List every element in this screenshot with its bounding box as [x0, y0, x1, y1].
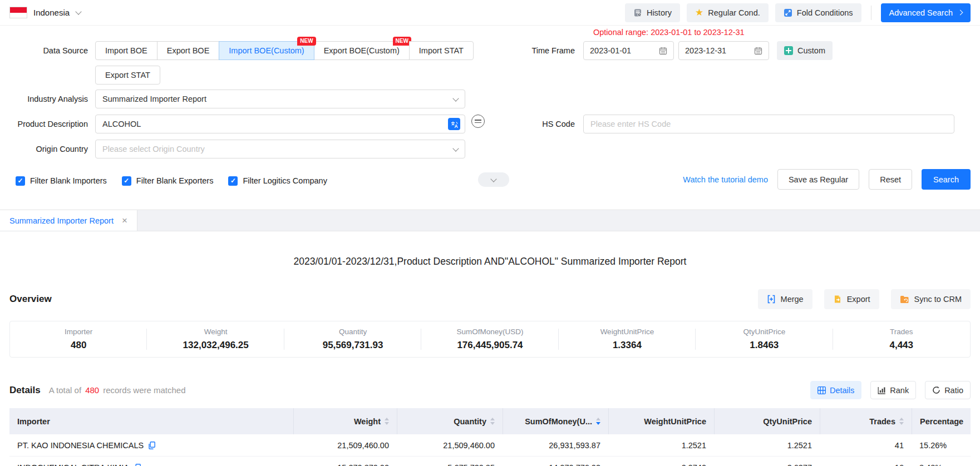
start-date-input[interactable]: 2023-01-01	[583, 41, 674, 60]
history-icon	[633, 8, 642, 17]
column-header-weight-unit-price[interactable]: WeightUnitPrice	[608, 408, 714, 434]
new-badge: NEW	[297, 37, 316, 46]
origin-country-select[interactable]: Please select Origin Country	[95, 140, 465, 158]
advanced-search-button[interactable]: Advanced Search	[881, 3, 971, 22]
reset-button[interactable]: Reset	[869, 169, 912, 190]
stat-label: SumOfMoney(USD)	[456, 328, 523, 336]
view-ratio-button[interactable]: Ratio	[925, 381, 971, 399]
stat-label: Weight	[204, 328, 228, 336]
view-details-button[interactable]: Details	[810, 381, 861, 399]
merge-button[interactable]: Merge	[758, 289, 812, 309]
view-ratio-label: Ratio	[944, 386, 963, 395]
time-frame-group: Time Frame 2023-01-01 2023-12-31 Custom	[480, 41, 833, 60]
topbar: Indonesia History ★ Regular Cond. Fold C…	[0, 0, 980, 26]
checkbox-label: Filter Blank Exporters	[136, 176, 214, 185]
sync-to-crm-label: Sync to CRM	[914, 295, 962, 304]
overview-stats-panel: Importer 480 Weight 132,032,496.25 Quant…	[9, 321, 971, 358]
tab-summarized-importer-report[interactable]: Summarized Importer Report ×	[0, 210, 137, 231]
column-label: Importer	[17, 417, 50, 426]
filter-blank-importers-checkbox[interactable]: ✓ Filter Blank Importers	[16, 176, 107, 186]
synonym-icon[interactable]	[471, 115, 485, 128]
hs-code-group: HS Code	[487, 115, 954, 133]
search-form: Optional range: 2023-01-01 to 2023-12-31…	[0, 26, 980, 210]
chevron-down-icon	[490, 176, 496, 182]
hs-code-input[interactable]	[583, 115, 954, 133]
product-description-label: Product Description	[0, 115, 88, 133]
column-header-quantity[interactable]: Quantity	[397, 408, 503, 434]
sort-icon-active[interactable]	[596, 418, 600, 425]
copy-icon[interactable]	[134, 464, 141, 466]
close-icon[interactable]: ×	[122, 216, 127, 225]
tab-label: Import BOE	[105, 46, 147, 55]
column-label: Trades	[869, 417, 895, 426]
calendar-icon	[754, 47, 762, 55]
column-label: QtyUnitPrice	[763, 417, 812, 426]
filter-logistics-company-checkbox[interactable]: ✓ Filter Logitics Company	[228, 176, 327, 186]
data-source-label: Data Source	[0, 41, 88, 60]
cell-weight: 15,370,870.00	[293, 457, 397, 466]
sync-to-crm-button[interactable]: Sync to CRM	[891, 289, 971, 309]
table-row: PT. KAO INDONESIA CHEMICALS 21,509,460.0…	[9, 434, 971, 457]
sort-icon[interactable]	[490, 418, 495, 425]
star-icon: ★	[695, 8, 703, 17]
stat-weight-unit-price: WeightUnitPrice 1.3364	[559, 321, 696, 357]
time-frame-label: Time Frame	[480, 46, 575, 55]
stat-label: Importer	[65, 328, 92, 336]
view-rank-label: Rank	[890, 386, 909, 395]
column-header-importer[interactable]: Importer	[9, 408, 293, 434]
stat-value: 1.8463	[750, 340, 779, 351]
tab-export-stat[interactable]: Export STAT	[95, 66, 160, 85]
view-rank-button[interactable]: Rank	[870, 381, 916, 399]
tutorial-link[interactable]: Watch the tutorial demo	[683, 175, 768, 184]
column-label: Quantity	[454, 417, 486, 426]
tab-import-boe[interactable]: Import BOE	[95, 41, 157, 60]
cell-weight: 21,509,460.00	[293, 434, 397, 456]
filter-blank-exporters-checkbox[interactable]: ✓ Filter Blank Exporters	[122, 176, 214, 186]
importer-name-link[interactable]: INDOCHEMICAL CITRA KIMIA	[17, 463, 129, 466]
export-button[interactable]: Export	[824, 289, 879, 309]
sort-icon[interactable]	[385, 418, 389, 425]
search-button[interactable]: Search	[922, 169, 971, 190]
sort-icon[interactable]	[899, 418, 904, 425]
tab-export-boe-custom[interactable]: Export BOE(Custom)NEW	[314, 41, 410, 60]
chevron-down-icon	[452, 145, 459, 151]
export-label: Export	[847, 295, 870, 304]
country-selector-label[interactable]: Indonesia	[33, 8, 70, 17]
history-button[interactable]: History	[625, 3, 680, 22]
column-header-qty-unit-price[interactable]: QtyUnitPrice	[714, 408, 820, 434]
origin-country-label: Origin Country	[0, 140, 88, 158]
importer-name-link[interactable]: PT. KAO INDONESIA CHEMICALS	[17, 441, 144, 450]
collapse-conditions-button[interactable]	[478, 172, 509, 187]
cell-sum-of-money: 14,970,776.03	[503, 457, 608, 466]
copy-icon[interactable]	[149, 442, 155, 449]
chevron-down-icon[interactable]	[75, 8, 81, 14]
stat-value: 1.3364	[613, 340, 642, 351]
cell-quantity: 5,675,730.85	[397, 457, 503, 466]
column-header-sum-of-money[interactable]: SumOfMoney(U...	[503, 408, 608, 434]
end-date-input[interactable]: 2023-12-31	[678, 41, 769, 60]
tab-export-boe[interactable]: Export BOE	[157, 41, 220, 60]
custom-range-button[interactable]: Custom	[777, 41, 833, 60]
stat-label: Trades	[890, 328, 913, 336]
rank-icon	[878, 386, 886, 394]
save-as-regular-button[interactable]: Save as Regular	[777, 169, 859, 190]
product-description-input[interactable]	[102, 120, 448, 128]
column-header-trades[interactable]: Trades	[820, 408, 912, 434]
column-header-weight[interactable]: Weight	[293, 408, 397, 434]
column-header-percentage[interactable]: Percentage	[912, 408, 971, 434]
industry-analysis-select[interactable]: Summarized Importer Report	[95, 90, 465, 108]
regular-cond-button[interactable]: ★ Regular Cond.	[687, 3, 769, 22]
view-switcher: Details Rank Ratio	[810, 381, 971, 399]
stat-value: 95,569,731.93	[323, 340, 383, 351]
checkbox-checked-icon: ✓	[16, 176, 25, 186]
fold-conditions-button[interactable]: Fold Conditions	[775, 3, 861, 22]
tab-import-stat[interactable]: Import STAT	[409, 41, 474, 60]
custom-icon	[784, 46, 793, 55]
match-text: A total of480records were matched	[49, 385, 186, 395]
result-tab-strip: Summarized Importer Report ×	[0, 210, 980, 231]
translate-icon[interactable]: A	[448, 118, 460, 130]
tab-label: Export STAT	[105, 71, 150, 80]
industry-analysis-label: Industry Analysis	[0, 90, 88, 108]
stat-label: WeightUnitPrice	[600, 328, 654, 336]
tab-import-boe-custom[interactable]: Import BOE(Custom)NEW	[219, 41, 314, 60]
